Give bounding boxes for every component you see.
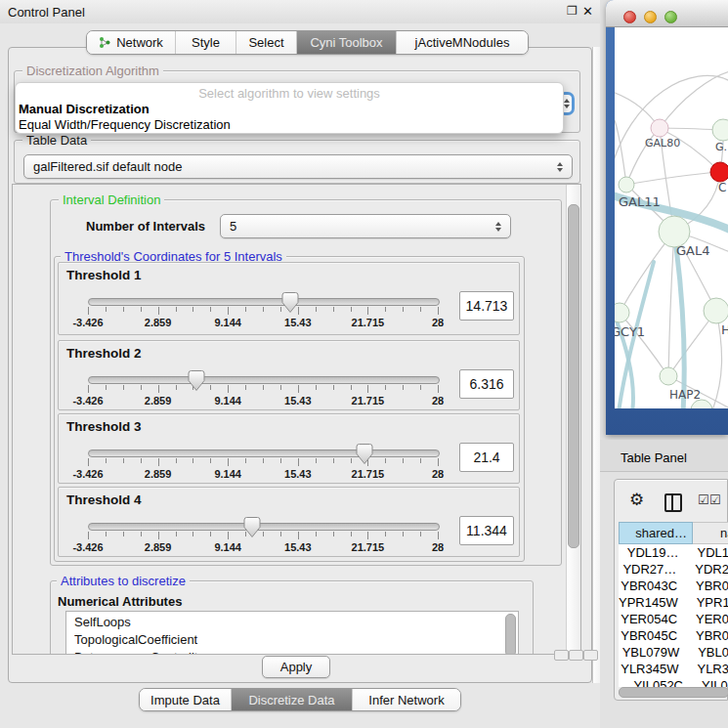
table-row[interactable]: YER054CYER0 xyxy=(619,611,728,627)
network-node-label: H xyxy=(721,322,728,337)
horizontal-scrollbar-thumb[interactable] xyxy=(619,687,728,698)
cell-name[interactable]: YPR1 xyxy=(688,595,728,610)
cell-name[interactable]: YDR2 xyxy=(686,562,728,577)
network-node-gcy1[interactable] xyxy=(615,303,629,322)
table-row[interactable]: YDL19…YDL1 xyxy=(619,544,728,561)
cell-name[interactable]: YBR0 xyxy=(687,628,728,643)
table-row[interactable]: YBR045CYBR0 xyxy=(619,627,728,644)
tab-cyni-toolbox[interactable]: Cyni Toolbox xyxy=(297,31,397,54)
vertical-scrollbar-thumb[interactable] xyxy=(568,204,579,548)
columns-icon[interactable] xyxy=(664,493,682,512)
cell-name[interactable]: YLR3 xyxy=(688,662,728,676)
threshold-slider-track[interactable] xyxy=(88,523,440,531)
table-row[interactable]: YPR145WYPR1 xyxy=(619,594,728,611)
cell-name[interactable]: YDL1 xyxy=(688,545,728,560)
apply-button[interactable]: Apply xyxy=(262,656,330,678)
slider-tick-label: 15.43 xyxy=(274,317,322,328)
tab-discretize-data[interactable]: Discretize Data xyxy=(232,689,353,710)
cell-name[interactable]: YIL0 xyxy=(693,678,728,687)
zoom-light-icon[interactable] xyxy=(664,11,677,23)
tab-impute-data[interactable]: Impute Data xyxy=(140,689,232,710)
network-node-hap2[interactable] xyxy=(660,367,677,385)
network-node-c[interactable] xyxy=(710,162,728,182)
threshold-value-field[interactable]: 11.344 xyxy=(459,516,514,545)
slider-tick xyxy=(367,307,368,315)
attribute-list-item[interactable]: TopologicalCoefficient xyxy=(66,631,518,649)
combo-spinner-icon xyxy=(491,222,506,232)
tab-infer-network[interactable]: Infer Network xyxy=(353,689,460,710)
network-node-h[interactable] xyxy=(704,298,728,323)
network-graph[interactable]: GAL80G.CGAL11GAL4GCY1HHAP2 xyxy=(615,27,728,408)
number-of-intervals-combo[interactable]: 5 xyxy=(220,214,511,238)
table-row[interactable]: YIL052CYIL0 xyxy=(619,677,728,687)
slider-tick-label: 9.144 xyxy=(203,468,252,480)
threshold-slider-handle[interactable] xyxy=(188,369,205,392)
checkbox-icon[interactable]: ☑ xyxy=(709,492,721,507)
window-title: Control Panel xyxy=(8,5,85,20)
cell-name[interactable]: YBR0 xyxy=(687,578,728,593)
slider-tick xyxy=(351,532,352,536)
float-window-icon[interactable]: ❐ xyxy=(567,4,578,18)
column-header-shared[interactable]: shared… xyxy=(619,522,693,544)
attribute-list-item[interactable]: SelfLoops xyxy=(66,614,518,631)
network-canvas[interactable]: GAL80G.CGAL11GAL4GCY1HHAP2 xyxy=(615,27,728,408)
column-header-name[interactable]: na xyxy=(693,522,728,544)
threshold-slider-handle[interactable] xyxy=(281,291,299,314)
gear-icon[interactable]: ⚙ xyxy=(629,492,644,508)
slider-tick xyxy=(316,532,317,536)
threshold-slider-track[interactable] xyxy=(88,450,440,457)
table-row[interactable]: YBR043CYBR0 xyxy=(619,578,728,594)
scroll-corner-box[interactable] xyxy=(554,650,569,661)
checkbox-icon[interactable]: ☑ xyxy=(698,492,709,507)
threshold-slider-track[interactable] xyxy=(88,376,440,384)
slider-tick xyxy=(263,458,264,463)
slider-tick xyxy=(438,385,439,393)
tab-jactivemnodules[interactable]: jActiveMNodules xyxy=(397,31,528,54)
table-data-combo[interactable]: galFiltered.sif default node xyxy=(23,154,573,179)
threshold-value-field[interactable]: 21.4 xyxy=(459,443,514,472)
algorithm-option[interactable]: Equal Width/Frequency Discretization xyxy=(16,117,563,133)
tab-select[interactable]: Select xyxy=(236,31,297,54)
network-node-gal80[interactable] xyxy=(651,119,668,137)
attribute-list-item[interactable]: BetweennessCentrality xyxy=(66,649,518,655)
cell-shared-name[interactable]: YLR345W xyxy=(619,662,688,676)
tab-network[interactable]: Network xyxy=(87,31,176,54)
threshold-slider-handle[interactable] xyxy=(356,443,373,465)
cell-shared-name[interactable]: YBR045C xyxy=(619,628,687,643)
tab-style[interactable]: Style xyxy=(176,31,236,54)
slider-tick xyxy=(210,307,211,312)
table-row[interactable]: YDR27…YDR2 xyxy=(619,561,728,578)
numerical-attributes-list[interactable]: SelfLoopsTopologicalCoefficientBetweenne… xyxy=(65,611,519,655)
slider-tick xyxy=(106,307,107,312)
slider-tick xyxy=(403,458,404,463)
cell-name[interactable]: YER0 xyxy=(687,612,728,626)
slider-tick xyxy=(158,385,159,393)
scroll-corner-box[interactable] xyxy=(569,650,583,661)
algorithm-option[interactable]: Manual Discretization xyxy=(16,102,563,117)
table-row[interactable]: YLR345WYLR3 xyxy=(619,661,728,677)
cell-shared-name[interactable]: YER054C xyxy=(619,612,687,626)
threshold-value-field[interactable]: 6.316 xyxy=(459,369,514,399)
threshold-slider-handle[interactable] xyxy=(243,516,261,538)
slider-tick xyxy=(367,385,368,393)
network-node-gal11[interactable] xyxy=(619,177,634,193)
cell-shared-name[interactable]: YBL079W xyxy=(619,645,689,660)
threshold-value-field[interactable]: 14.713 xyxy=(459,291,514,321)
network-node-g[interactable] xyxy=(712,119,728,141)
cell-shared-name[interactable]: YIL052C xyxy=(619,678,693,687)
close-light-icon[interactable] xyxy=(623,11,636,23)
cell-shared-name[interactable]: YDR27… xyxy=(619,562,686,577)
minimize-light-icon[interactable] xyxy=(644,11,657,23)
cell-shared-name[interactable]: YBR043C xyxy=(619,578,687,593)
scroll-corner-box[interactable] xyxy=(583,650,598,661)
cell-name[interactable]: YBL0 xyxy=(689,645,728,660)
list-scrollbar-thumb[interactable] xyxy=(505,614,516,655)
slider-tick xyxy=(88,307,89,315)
close-icon[interactable]: ✕ xyxy=(582,4,593,19)
table-row[interactable]: YBL079WYBL0 xyxy=(619,644,728,661)
cell-shared-name[interactable]: YPR145W xyxy=(619,595,688,610)
cell-shared-name[interactable]: YDL19… xyxy=(619,545,688,560)
threshold-slider-track[interactable] xyxy=(88,298,440,306)
network-window-titlebar[interactable] xyxy=(606,0,728,27)
slider-tick xyxy=(298,532,299,539)
